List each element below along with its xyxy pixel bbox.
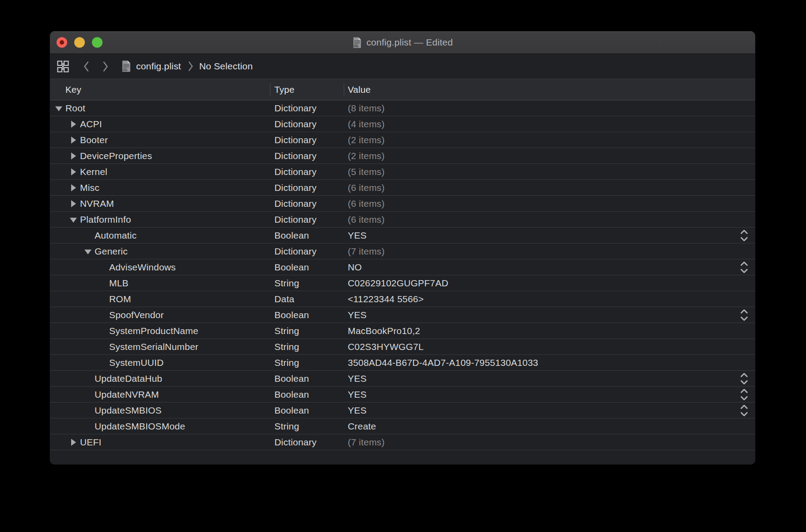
row-value[interactable]: <11223344 5566> (348, 291, 424, 307)
row-type[interactable]: Boolean (274, 403, 309, 418)
row-value[interactable]: 3508AD44-B67D-4AD7-A109-7955130A1033 (348, 355, 538, 370)
plist-row-updatesmbiosmode[interactable]: UpdateSMBIOSModeStringCreate (50, 418, 755, 434)
row-type[interactable]: Dictionary (274, 116, 316, 132)
row-key[interactable]: UEFI (80, 434, 102, 450)
row-value[interactable]: (6 items) (348, 212, 384, 227)
row-value[interactable]: (6 items) (348, 180, 384, 195)
triangle-down-icon[interactable] (55, 106, 62, 111)
triangle-right-icon[interactable] (71, 168, 76, 175)
boolean-stepper[interactable] (739, 308, 749, 322)
row-key[interactable]: Generic (95, 243, 128, 259)
row-type[interactable]: Dictionary (274, 180, 316, 195)
row-value[interactable]: (2 items) (348, 148, 384, 163)
row-key[interactable]: UpdateSMBIOSMode (95, 418, 185, 434)
row-key[interactable]: UpdateNVRAM (95, 387, 159, 402)
plist-row-generic[interactable]: GenericDictionary(7 items) (50, 243, 755, 259)
row-key[interactable]: MLB (109, 275, 129, 291)
minimize-button[interactable] (74, 37, 85, 48)
row-type[interactable]: Dictionary (274, 243, 316, 259)
row-type[interactable]: Dictionary (274, 196, 316, 211)
plist-row-automatic[interactable]: AutomaticBooleanYES (50, 228, 755, 243)
plist-row-booter[interactable]: BooterDictionary(2 items) (50, 132, 755, 148)
row-value[interactable]: (7 items) (348, 243, 384, 259)
row-key[interactable]: DeviceProperties (80, 148, 152, 163)
boolean-stepper[interactable] (739, 260, 749, 274)
row-value[interactable]: C02629102GUGPF7AD (348, 275, 449, 291)
plist-row-systemproductname[interactable]: SystemProductNameStringMacBookPro10,2 (50, 323, 755, 339)
plist-document-icon[interactable]: PLIST (352, 37, 362, 49)
boolean-stepper[interactable] (739, 371, 749, 386)
row-key[interactable]: Root (65, 100, 85, 116)
plist-row-nvram[interactable]: NVRAMDictionary(6 items) (50, 196, 755, 212)
row-value[interactable]: YES (348, 371, 367, 386)
row-value[interactable]: (4 items) (348, 116, 384, 132)
plist-row-acpi[interactable]: ACPIDictionary(4 items) (50, 116, 755, 132)
row-key[interactable]: PlatformInfo (80, 212, 131, 227)
row-value[interactable]: NO (348, 259, 362, 275)
row-type[interactable]: Dictionary (274, 164, 316, 179)
row-key[interactable]: UpdateDataHub (95, 371, 162, 386)
breadcrumb-file[interactable]: config.plist (136, 61, 181, 72)
close-button[interactable] (57, 37, 67, 48)
plist-row-uefi[interactable]: UEFIDictionary(7 items) (50, 434, 755, 450)
boolean-stepper[interactable] (739, 403, 749, 418)
plist-row-platforminfo[interactable]: PlatformInfoDictionary(6 items) (50, 212, 755, 228)
column-divider[interactable] (270, 83, 270, 96)
plist-row-systemuuid[interactable]: SystemUUIDString3508AD44-B67D-4AD7-A109-… (50, 355, 755, 371)
row-key[interactable]: SpoofVendor (109, 307, 164, 323)
plist-row-systemserialnumber[interactable]: SystemSerialNumberStringC02S3HYWGG7L (50, 339, 755, 355)
row-key[interactable]: Kernel (80, 164, 107, 179)
row-type[interactable]: String (274, 339, 299, 354)
plist-row-spoofvendor[interactable]: SpoofVendorBooleanYES (50, 307, 755, 323)
plist-row-updatedatahub[interactable]: UpdateDataHubBooleanYES (50, 371, 755, 387)
plist-row-deviceproperties[interactable]: DevicePropertiesDictionary(2 items) (50, 148, 755, 164)
plist-row-updatesmbios[interactable]: UpdateSMBIOSBooleanYES (50, 403, 755, 418)
row-value[interactable]: YES (348, 403, 367, 418)
row-type[interactable]: Data (274, 291, 294, 307)
plist-row-kernel[interactable]: KernelDictionary(5 items) (50, 164, 755, 180)
row-type[interactable]: String (274, 323, 299, 338)
breadcrumb-selection[interactable]: No Selection (199, 61, 253, 72)
column-divider[interactable] (344, 83, 344, 96)
row-value[interactable]: (7 items) (348, 434, 384, 450)
plist-row-updatenvram[interactable]: UpdateNVRAMBooleanYES (50, 387, 755, 403)
row-value[interactable]: (5 items) (348, 164, 384, 179)
triangle-down-icon[interactable] (84, 249, 91, 254)
row-type[interactable]: Dictionary (274, 132, 316, 148)
plist-row-misc[interactable]: MiscDictionary(6 items) (50, 180, 755, 196)
row-type[interactable]: Boolean (274, 307, 309, 323)
row-value[interactable]: Create (348, 418, 376, 434)
back-button[interactable] (83, 61, 90, 72)
row-value[interactable]: (8 items) (348, 100, 384, 116)
row-value[interactable]: C02S3HYWGG7L (348, 339, 424, 354)
plist-row-root[interactable]: RootDictionary(8 items) (50, 100, 755, 116)
row-type[interactable]: Dictionary (274, 212, 316, 227)
row-value[interactable]: (6 items) (348, 196, 384, 211)
row-type[interactable]: Boolean (274, 371, 309, 386)
row-key[interactable]: Booter (80, 132, 108, 148)
plist-row-rom[interactable]: ROMData<11223344 5566> (50, 291, 755, 307)
row-type[interactable]: Boolean (274, 387, 309, 402)
row-value[interactable]: MacBookPro10,2 (348, 323, 420, 338)
plist-row-advisewindows[interactable]: AdviseWindowsBooleanNO (50, 259, 755, 275)
zoom-button[interactable] (92, 37, 103, 48)
triangle-down-icon[interactable] (70, 217, 77, 222)
row-key[interactable]: NVRAM (80, 196, 114, 211)
row-type[interactable]: String (274, 418, 299, 434)
row-type[interactable]: Dictionary (274, 148, 316, 163)
plist-row-mlb[interactable]: MLBStringC02629102GUGPF7AD (50, 275, 755, 291)
related-items-grid-icon[interactable] (57, 61, 69, 72)
triangle-right-icon[interactable] (71, 152, 76, 160)
row-value[interactable]: (2 items) (348, 132, 384, 148)
row-key[interactable]: ROM (109, 291, 131, 307)
triangle-right-icon[interactable] (71, 184, 76, 191)
row-key[interactable]: SystemSerialNumber (109, 339, 198, 354)
triangle-right-icon[interactable] (71, 121, 76, 128)
row-type[interactable]: Boolean (274, 228, 309, 243)
boolean-stepper[interactable] (739, 228, 749, 243)
row-type[interactable]: String (274, 355, 299, 370)
row-type[interactable]: Dictionary (274, 100, 316, 116)
row-type[interactable]: Boolean (274, 259, 309, 275)
row-type[interactable]: String (274, 275, 299, 291)
triangle-right-icon[interactable] (71, 137, 76, 144)
